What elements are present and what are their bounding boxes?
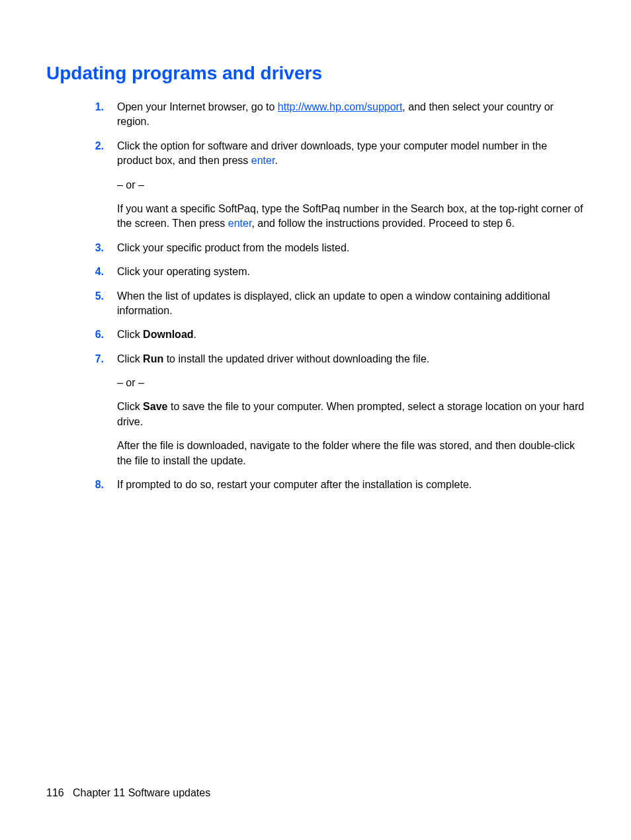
item-content: When the list of updates is displayed, c… [117,289,585,319]
text: Click your operating system. [117,265,585,279]
item-content: Click your specific product from the mod… [117,241,585,255]
list-item: 7. Click Run to install the updated driv… [89,352,585,468]
enter-key: enter [228,218,252,229]
list-item: 5. When the list of updates is displayed… [89,289,585,319]
item-number: 7. [89,352,117,468]
text: When the list of updates is displayed, c… [117,289,585,319]
text: Click [117,401,143,412]
item-number: 1. [89,100,117,130]
download-bold: Download [143,329,193,340]
page-number: 116 [46,787,64,798]
list-item: 2. Click the option for software and dri… [89,139,585,231]
item-content: Click your operating system. [117,265,585,279]
item-number: 2. [89,139,117,231]
item-number: 5. [89,289,117,319]
text: to save the file to your computer. When … [117,401,584,427]
text: . [274,155,277,166]
support-link[interactable]: http://www.hp.com/support [278,101,403,112]
ordered-list: 1. Open your Internet browser, go to htt… [89,100,585,492]
page-footer: 116 Chapter 11 Software updates [46,787,210,799]
text: If prompted to do so, restart your compu… [117,478,585,492]
list-item: 6. Click Download. [89,327,585,342]
text: . [194,329,196,340]
item-number: 4. [89,265,117,279]
list-item: 1. Open your Internet browser, go to htt… [89,100,585,130]
item-number: 6. [89,327,117,342]
list-item: 3. Click your specific product from the … [89,241,585,255]
item-number: 8. [89,478,117,492]
text: , and follow the instructions provided. … [251,218,515,229]
item-content: If prompted to do so, restart your compu… [117,478,585,492]
page-heading: Updating programs and drivers [46,63,585,84]
run-bold: Run [143,353,163,364]
save-bold: Save [143,401,167,412]
list-item: 4. Click your operating system. [89,265,585,279]
item-content: Click Run to install the updated driver … [117,352,585,468]
enter-key: enter [251,155,275,166]
text: Open your Internet browser, go to [117,101,278,112]
item-content: Open your Internet browser, go to http:/… [117,100,585,130]
item-content: Click Download. [117,327,585,342]
item-content: Click the option for software and driver… [117,139,585,231]
chapter-label: Chapter 11 Software updates [73,787,210,798]
item-number: 3. [89,241,117,255]
text: Click your specific product from the mod… [117,241,585,255]
text: After the file is downloaded, navigate t… [117,439,585,468]
text: Click [117,329,143,340]
or-separator: – or – [117,376,585,390]
text: Click the option for software and driver… [117,140,547,166]
list-item: 8. If prompted to do so, restart your co… [89,478,585,492]
or-separator: – or – [117,178,585,192]
text: to install the updated driver without do… [163,353,429,364]
text: Click [117,353,143,364]
